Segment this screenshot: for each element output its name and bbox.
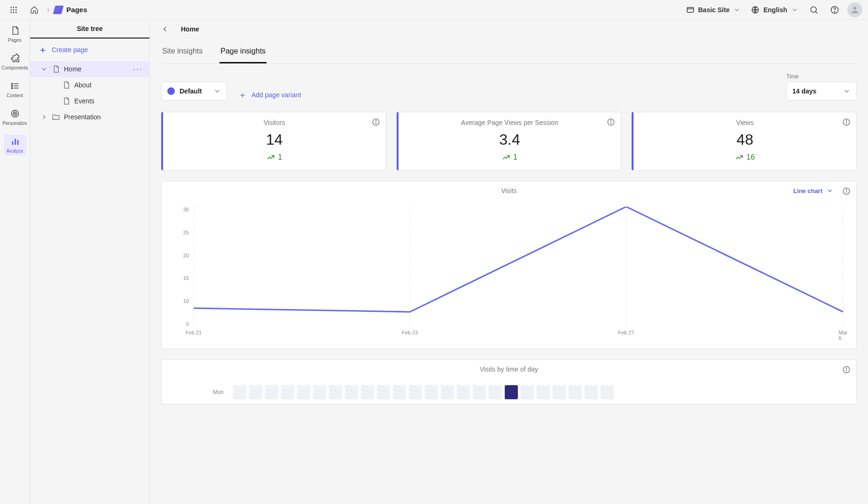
heatmap-cell [553, 385, 566, 399]
tree-node[interactable]: Home··· [30, 61, 149, 77]
svg-point-13 [834, 11, 835, 12]
add-variant-button[interactable]: ＋ Add page variant [238, 89, 301, 101]
heatmap-cell [313, 385, 326, 399]
visits-heatmap-panel: Visits by time of day Mon [161, 359, 857, 404]
heatmap-cell [537, 385, 550, 399]
metric-card: Visitors141 [161, 112, 386, 171]
svg-point-5 [16, 9, 17, 10]
rail-label: Components [1, 65, 28, 70]
variant-selector[interactable]: Default [161, 82, 227, 101]
analytics-icon [10, 136, 20, 147]
info-icon[interactable] [607, 118, 615, 126]
metric-title: Visitors [264, 119, 285, 126]
folder-icon [52, 113, 60, 121]
time-selector[interactable]: 14 days [786, 82, 857, 101]
heatmap-row: Mon [170, 385, 848, 399]
svg-point-1 [13, 7, 15, 8]
metric-title: Views [736, 119, 754, 126]
x-tick-label: Feb 21 [186, 330, 202, 335]
rail-item-pages[interactable]: Pages [4, 23, 26, 45]
metric-card: Views4816 [632, 112, 857, 171]
list-icon [10, 81, 20, 91]
svg-rect-21 [12, 141, 13, 145]
rail-item-personalize[interactable]: Personalize [4, 107, 26, 128]
heatmap-cell [489, 385, 502, 399]
global-header: › Pages Basic Site English [0, 0, 868, 20]
heatmap-cell [585, 385, 598, 399]
info-icon[interactable] [842, 118, 851, 126]
rail-item-content[interactable]: Content [4, 79, 26, 100]
chevron-down-icon [826, 187, 834, 194]
create-page-label: Create page [52, 46, 88, 54]
heatmap-cell [425, 385, 438, 399]
back-button[interactable] [158, 23, 172, 36]
rail-item-analyze[interactable]: Analyze [4, 134, 26, 155]
target-icon [10, 109, 20, 119]
info-icon[interactable] [372, 118, 380, 126]
y-tick-label: 20 [183, 253, 189, 258]
svg-rect-9 [687, 7, 694, 12]
breadcrumb[interactable]: Pages [54, 6, 87, 14]
site-tree-header: Site tree [30, 20, 149, 39]
info-icon[interactable] [842, 187, 851, 195]
tree-node-label: About [74, 81, 92, 89]
chevron-down-icon [733, 6, 741, 14]
controls-row: Default ＋ Add page variant Time 14 days [161, 73, 857, 101]
chevron-right-icon[interactable] [40, 113, 48, 121]
metric-value: 14 [266, 131, 283, 148]
heatmap-cell [601, 385, 614, 399]
globe-icon [751, 6, 759, 14]
info-icon[interactable] [842, 365, 851, 374]
user-avatar[interactable] [847, 2, 862, 17]
heatmap-cell [393, 385, 406, 399]
site-name: Basic Site [698, 6, 730, 14]
create-page-button[interactable]: ＋ Create page [30, 39, 149, 61]
panel-title: Visits [501, 187, 516, 194]
trend-up-icon [266, 153, 275, 162]
svg-rect-22 [15, 139, 16, 145]
tab[interactable]: Site insights [161, 40, 203, 63]
help-icon[interactable] [827, 2, 843, 18]
variant-swatch-icon [167, 87, 175, 95]
add-variant-label: Add page variant [251, 91, 301, 99]
chart-type-label: Line chart [793, 187, 822, 194]
svg-point-2 [16, 7, 17, 8]
page-title: Home [181, 25, 199, 33]
tree-node[interactable]: About [30, 77, 149, 93]
x-tick-label: Feb 23 [402, 330, 418, 335]
tab[interactable]: Page insights [219, 40, 266, 63]
search-icon[interactable] [806, 2, 822, 18]
home-icon[interactable] [26, 2, 42, 18]
rail-label: Pages [8, 38, 21, 43]
rail-label: Content [7, 93, 23, 98]
puzzle-icon [10, 53, 20, 63]
chevron-down-icon [213, 87, 221, 95]
heatmap-cell [297, 385, 310, 399]
tree-node[interactable]: Events [30, 93, 149, 109]
svg-point-14 [853, 7, 857, 10]
y-tick-label: 10 [183, 298, 189, 304]
heatmap-cell [441, 385, 454, 399]
svg-point-6 [10, 11, 12, 13]
heatmap-cell [281, 385, 294, 399]
time-value: 14 days [792, 87, 816, 95]
insights-tabs: Site insightsPage insights [161, 40, 857, 64]
rail-item-components[interactable]: Components [4, 51, 26, 72]
site-selector[interactable]: Basic Site [683, 4, 744, 16]
more-icon[interactable]: ··· [131, 64, 145, 74]
apps-icon[interactable] [6, 2, 22, 18]
tree-node-label: Events [74, 97, 94, 105]
y-tick-label: 25 [183, 230, 189, 235]
breadcrumb-label: Pages [66, 6, 87, 14]
language-selector[interactable]: English [748, 4, 801, 16]
chevron-down-icon[interactable] [40, 65, 48, 73]
x-tick-label: Feb 27 [618, 330, 634, 335]
heatmap-cell [345, 385, 358, 399]
tree-node[interactable]: Presentation [30, 109, 149, 125]
chart-type-selector[interactable]: Line chart [793, 187, 834, 194]
tree-node-label: Home [64, 65, 81, 73]
page-icon [62, 81, 70, 89]
heatmap-cell [521, 385, 534, 399]
plus-icon: ＋ [39, 44, 47, 55]
trend-up-icon [502, 153, 510, 162]
